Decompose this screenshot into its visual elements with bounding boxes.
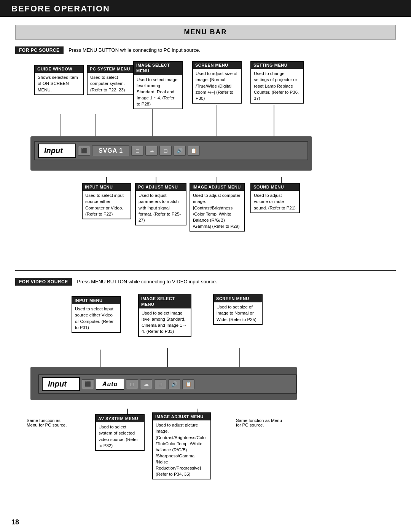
video-bar-icon6: 📋 bbox=[182, 379, 194, 389]
section-divider bbox=[15, 270, 396, 271]
video-source-desc: Press MENU BUTTON while connecting to VI… bbox=[77, 279, 217, 284]
video-diagram: INPUT MENU Used to select input source e… bbox=[15, 292, 396, 475]
video-projector-bar: Input ⬛ Auto ◻ ☁ ◻ 🔊 📋 bbox=[38, 374, 297, 394]
pc-projector-bar: Input ⬛ SVGA 1 ◻ ☁ ◻ 🔊 📋 bbox=[34, 141, 308, 160]
video-bar-icon1: ⬛ bbox=[82, 379, 94, 389]
video-same-left: Same function as Menu for PC source. bbox=[27, 418, 68, 427]
video-source-section: FOR VIDEO SOURCE Press MENU BUTTON while… bbox=[15, 278, 396, 475]
page-header: BEFORE OPERATION bbox=[0, 0, 411, 17]
av-system-menu-box: AV SYSTEM MENU Used to select system of … bbox=[95, 414, 145, 451]
pc-source-desc: Press MENU BUTTON while connecting to PC… bbox=[68, 47, 200, 53]
video-screen-menu-box: SCREEN MENU Used to set size of image to… bbox=[213, 294, 263, 325]
page-number: 18 bbox=[11, 518, 19, 526]
page-title: BEFORE OPERATION bbox=[11, 4, 400, 14]
pc-bar-mode: SVGA 1 bbox=[92, 145, 129, 156]
pc-system-menu-box: PC SYSTEM MENU Used to select computer s… bbox=[87, 65, 136, 95]
menu-bar-title: MENU BAR bbox=[15, 25, 396, 40]
pc-bar-icon6: 📋 bbox=[188, 146, 200, 156]
screen-menu-box: SCREEN MENU Used to adjust size of image… bbox=[192, 61, 242, 104]
guide-window-box: GUIDE WINDOW Shows selected item of ON-S… bbox=[34, 65, 84, 95]
pc-adjust-menu-box: PC ADJUST MENU Used to adjust parameters… bbox=[135, 183, 186, 225]
video-source-label: FOR VIDEO SOURCE bbox=[15, 278, 72, 286]
pc-input-label: Input bbox=[38, 144, 76, 158]
sound-menu-box: SOUND MENU Used to adjust volume or mute… bbox=[250, 183, 300, 213]
pc-bar-icon3: ☁ bbox=[145, 146, 158, 156]
input-menu-box: INPUT MENU Used to select input source e… bbox=[82, 183, 131, 219]
video-input-menu-box: INPUT MENU Used to select input source e… bbox=[72, 296, 121, 333]
image-select-menu-box: IMAGE SELECT MENU Used to select image l… bbox=[133, 61, 183, 109]
video-input-label: Input bbox=[42, 377, 80, 391]
pc-bar-icon2: ◻ bbox=[131, 146, 143, 156]
pc-diagram: GUIDE WINDOW Shows selected item of ON-S… bbox=[15, 61, 396, 263]
pc-bar-icon1: ⬛ bbox=[78, 146, 90, 156]
video-bar-icon4: ◻ bbox=[154, 379, 166, 389]
setting-menu-box: SETTING MENU Used to change settings of … bbox=[250, 61, 304, 104]
video-image-select-menu-box: IMAGE SELECT MENU Used to select image l… bbox=[138, 294, 191, 337]
video-image-adjust-menu-box: IMAGE ADJUST MENU Used to adjust picture… bbox=[152, 412, 211, 479]
pc-bar-icon4: ◻ bbox=[159, 146, 172, 156]
pc-bar-icon5: 🔊 bbox=[174, 146, 186, 156]
video-bar-mode: Auto bbox=[96, 379, 124, 390]
video-bar-icon3: ☁ bbox=[140, 379, 152, 389]
pc-source-section: FOR PC SOURCE Press MENU BUTTON while co… bbox=[15, 46, 396, 263]
pc-source-label: FOR PC SOURCE bbox=[15, 46, 64, 54]
image-adjust-menu-box: IMAGE ADJUST MENU Used to adjust compute… bbox=[190, 183, 245, 232]
video-bar-icon5: 🔊 bbox=[168, 379, 180, 389]
video-bar-icon2: ◻ bbox=[126, 379, 138, 389]
video-same-right: Same function as Menu for PC source. bbox=[236, 418, 285, 427]
